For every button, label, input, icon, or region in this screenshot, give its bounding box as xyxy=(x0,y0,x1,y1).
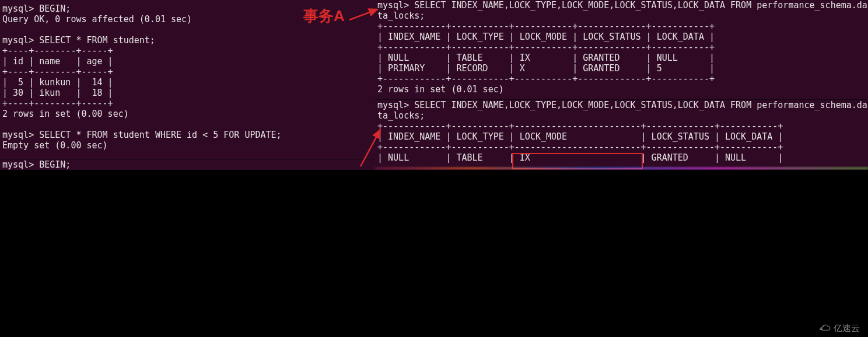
terminal-left-bottom-text: mysql> BEGIN; xyxy=(2,159,71,170)
terminal-right-top[interactable]: mysql> SELECT INDEX_NAME,LOCK_TYPE,LOCK_… xyxy=(375,0,868,99)
terminal-right-bottom[interactable]: mysql> SELECT INDEX_NAME,LOCK_TYPE,LOCK_… xyxy=(375,99,868,170)
svg-point-2 xyxy=(820,328,822,329)
watermark-text: 亿速云 xyxy=(834,323,860,333)
terminal-left[interactable]: mysql> BEGIN; Query OK, 0 rows affected … xyxy=(0,0,380,162)
terminal-left-text: mysql> BEGIN; Query OK, 0 rows affected … xyxy=(2,4,282,151)
terminal-left-bottom[interactable]: mysql> BEGIN; xyxy=(0,159,380,170)
render-artifact xyxy=(375,167,868,169)
watermark: 亿速云 xyxy=(818,323,860,333)
cloud-icon xyxy=(818,324,831,332)
